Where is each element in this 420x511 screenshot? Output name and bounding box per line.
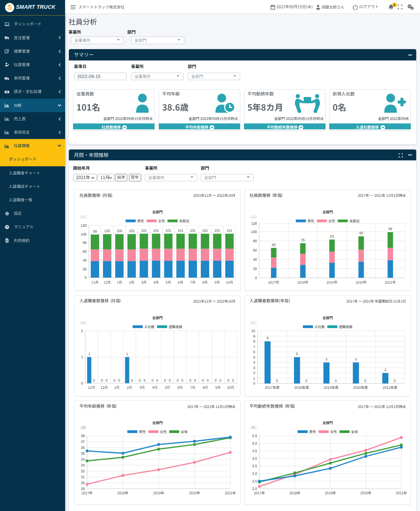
- svg-text:0: 0: [176, 379, 178, 383]
- svg-text:31: 31: [81, 475, 85, 479]
- svg-text:5: 5: [296, 352, 298, 356]
- svg-text:0: 0: [143, 379, 145, 383]
- svg-text:0: 0: [81, 381, 83, 385]
- svg-text:101: 101: [190, 229, 196, 233]
- svg-text:1: 1: [88, 352, 90, 356]
- svg-text:0: 0: [164, 379, 166, 383]
- svg-text:0: 0: [84, 276, 87, 280]
- svg-text:90: 90: [359, 231, 363, 235]
- svg-text:101: 101: [226, 229, 232, 233]
- svg-text:0: 0: [139, 379, 141, 383]
- svg-text:100: 100: [251, 230, 257, 234]
- svg-text:1: 1: [81, 355, 83, 359]
- svg-text:0: 0: [189, 379, 191, 383]
- svg-text:100: 100: [104, 229, 110, 233]
- svg-text:8: 8: [253, 340, 255, 343]
- svg-text:5: 5: [253, 355, 255, 359]
- svg-text:101: 101: [178, 229, 184, 233]
- svg-text:101: 101: [202, 229, 208, 233]
- svg-text:118: 118: [251, 222, 257, 225]
- svg-text:4.5: 4.5: [252, 450, 257, 453]
- svg-text:3.5: 3.5: [252, 464, 257, 468]
- svg-text:75: 75: [301, 238, 305, 242]
- svg-text:38: 38: [81, 435, 85, 438]
- svg-text:1: 1: [126, 352, 128, 356]
- svg-text:0: 0: [113, 379, 116, 383]
- svg-text:80: 80: [253, 239, 257, 243]
- svg-text:33: 33: [81, 464, 85, 467]
- svg-text:10: 10: [251, 329, 255, 333]
- svg-text:0: 0: [255, 276, 257, 280]
- svg-text:100: 100: [81, 233, 87, 236]
- svg-text:0: 0: [207, 379, 209, 383]
- svg-text:5.5: 5.5: [252, 435, 257, 438]
- svg-text:40: 40: [82, 259, 87, 262]
- svg-text:29: 29: [81, 487, 85, 491]
- svg-text:4.0: 4.0: [252, 457, 257, 461]
- svg-text:3: 3: [253, 366, 255, 369]
- svg-text:0: 0: [181, 379, 184, 383]
- svg-text:120: 120: [81, 224, 87, 228]
- svg-text:37: 37: [81, 440, 85, 444]
- svg-text:0: 0: [118, 379, 120, 383]
- svg-text:34: 34: [81, 458, 85, 461]
- svg-text:40: 40: [253, 258, 257, 262]
- svg-text:0: 0: [194, 379, 196, 383]
- svg-text:2.0: 2.0: [252, 487, 257, 491]
- svg-text:0: 0: [232, 379, 234, 383]
- svg-text:2: 2: [253, 371, 255, 375]
- svg-text:0: 0: [105, 379, 108, 383]
- svg-text:0: 0: [101, 379, 103, 383]
- svg-text:3.0: 3.0: [252, 472, 257, 476]
- svg-text:100: 100: [129, 229, 134, 233]
- svg-text:4: 4: [253, 361, 255, 364]
- svg-text:4: 4: [325, 357, 327, 361]
- svg-text:0: 0: [394, 379, 396, 383]
- svg-text:101: 101: [165, 229, 171, 233]
- svg-text:0: 0: [131, 379, 133, 383]
- svg-text:0: 0: [168, 379, 171, 383]
- svg-text:32: 32: [81, 469, 85, 473]
- svg-text:20: 20: [82, 267, 87, 271]
- svg-text:2: 2: [384, 368, 386, 372]
- svg-text:6: 6: [253, 350, 255, 354]
- svg-text:65: 65: [272, 243, 276, 247]
- svg-text:8: 8: [266, 336, 268, 340]
- svg-text:99: 99: [388, 227, 392, 231]
- svg-text:101: 101: [153, 229, 159, 233]
- svg-text:2: 2: [81, 329, 83, 333]
- svg-text:60: 60: [253, 249, 257, 252]
- svg-text:0: 0: [276, 379, 278, 383]
- svg-text:0: 0: [305, 379, 307, 383]
- svg-text:80: 80: [82, 241, 87, 245]
- svg-text:0: 0: [227, 379, 229, 383]
- svg-text:99: 99: [93, 230, 97, 233]
- svg-text:0: 0: [93, 379, 95, 383]
- svg-text:0: 0: [215, 379, 217, 383]
- svg-text:0: 0: [253, 382, 255, 385]
- svg-text:2.5: 2.5: [252, 480, 257, 483]
- svg-text:101: 101: [214, 229, 220, 233]
- svg-text:20: 20: [253, 267, 257, 271]
- svg-text:101: 101: [141, 229, 147, 233]
- svg-text:0: 0: [219, 379, 221, 383]
- svg-text:36: 36: [81, 446, 85, 450]
- svg-text:5.0: 5.0: [252, 442, 257, 446]
- svg-text:35: 35: [81, 452, 85, 456]
- svg-text:0: 0: [156, 379, 158, 383]
- svg-text:1: 1: [253, 376, 255, 380]
- svg-text:30: 30: [81, 481, 85, 485]
- svg-text:100: 100: [116, 229, 122, 233]
- svg-text:60: 60: [82, 250, 87, 254]
- svg-text:0: 0: [364, 379, 366, 383]
- svg-text:?: ?: [6, 225, 8, 229]
- svg-text:0: 0: [335, 379, 337, 383]
- svg-text:7: 7: [253, 345, 255, 349]
- svg-text:9: 9: [253, 334, 255, 338]
- svg-text:83: 83: [330, 235, 334, 238]
- svg-text:0: 0: [202, 379, 204, 383]
- svg-text:0: 0: [151, 379, 153, 383]
- svg-text:4: 4: [355, 357, 357, 361]
